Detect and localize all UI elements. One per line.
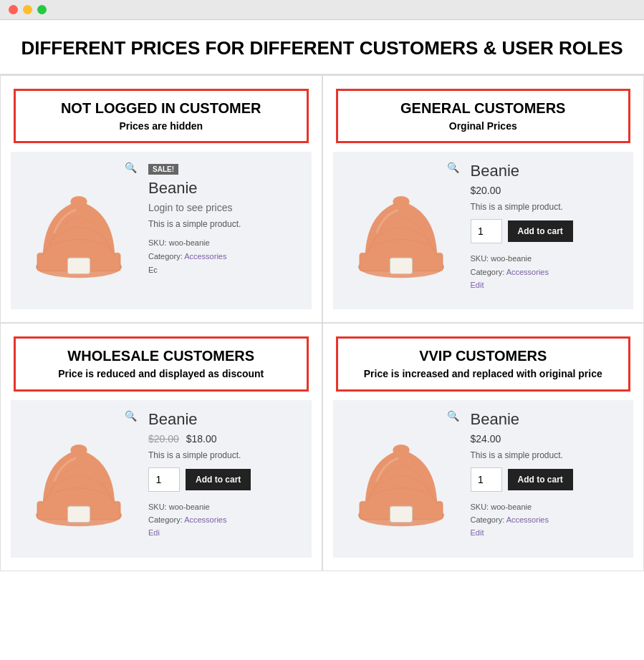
add-to-cart-row: Add to cart [148,467,304,492]
product-name: Beanie [471,410,627,429]
product-meta: SKU: woo-beanie Category: Accessories [471,500,627,527]
add-to-cart-button[interactable]: Add to cart [508,220,573,242]
product-card-general-customers: 🔍 Beanie $20.00 This is a simple product… [333,152,634,309]
minimize-dot[interactable] [23,5,32,14]
product-description: This is a simple product. [148,450,304,460]
sale-badge: SALE! [148,164,178,175]
zoom-icon[interactable]: 🔍 [125,410,137,422]
login-to-see-prices: Login to see prices [148,202,304,213]
product-price: $24.00 [471,433,627,445]
edit-link[interactable]: Edit [471,528,627,537]
add-to-cart-button[interactable]: Add to cart [508,469,573,490]
product-card-wholesale-customers: 🔍 Beanie $20.00 $18.00 This is a simp [11,400,312,558]
quantity-input[interactable] [471,219,502,243]
zoom-icon[interactable]: 🔍 [125,162,137,173]
category-link[interactable]: Accessories [184,252,226,261]
add-to-cart-button[interactable]: Add to cart [186,469,251,490]
customer-label-wholesale-customers: WHOLESALE CUSTOMERS Price is reduced and… [14,336,309,391]
product-sku: SKU: woo-beanie [471,503,532,511]
product-image-area: 🔍 [340,159,462,302]
close-dot[interactable] [9,5,18,14]
category-link[interactable]: Accessories [184,515,226,524]
customer-label-title: NOT LOGGED IN CUSTOMER [27,100,295,117]
add-to-cart-row: Add to cart [471,467,627,492]
customer-label-not-logged-in: NOT LOGGED IN CUSTOMER Prices are hidden [14,89,309,143]
product-description: This is a simple product. [471,202,627,212]
svg-point-9 [393,196,409,207]
product-price: $20.00 $18.00 [148,433,304,445]
category-link[interactable]: Accessories [506,515,549,524]
edit-link[interactable]: Edi [148,528,304,537]
grid-cell-not-logged-in: NOT LOGGED IN CUSTOMER Prices are hidden… [0,75,322,323]
product-description: This is a simple product. [148,219,304,229]
customer-label-vvip-customers: VVIP CUSTOMERS Price is increased and re… [336,336,631,391]
product-price: $20.00 [471,185,627,196]
product-name: Beanie [148,410,304,429]
product-category: Category: Accessories [148,515,226,524]
product-info: Beanie $20.00 This is a simple product. … [471,159,627,302]
svg-rect-8 [390,258,412,274]
product-category: Category: Accessories [471,515,549,524]
zoom-icon[interactable]: 🔍 [447,410,459,422]
customer-label-subtitle: Orginal Prices [350,120,617,132]
customer-label-title: WHOLESALE CUSTOMERS [27,347,295,364]
product-image-area: 🔍 [18,159,140,302]
customer-label-title: GENERAL CUSTOMERS [350,100,617,117]
zoom-icon[interactable]: 🔍 [447,162,459,173]
product-info: SALE! Beanie Login to see prices This is… [148,159,304,302]
price-sale: $18.00 [186,433,217,445]
svg-rect-3 [68,258,90,274]
svg-point-19 [393,445,409,455]
product-card-vvip-customers: 🔍 Beanie $24.00 This is a simple product… [333,400,634,558]
product-sku: SKU: woo-beanie [148,238,210,247]
customer-label-subtitle: Price is increased and replaced with ori… [350,367,617,380]
maximize-dot[interactable] [37,5,47,14]
quantity-input[interactable] [471,467,502,492]
product-image-area: 🔍 [340,407,462,550]
svg-point-14 [70,445,87,455]
svg-point-4 [70,196,87,207]
product-sku: SKU: woo-beanie [471,254,532,263]
page-title: DIFFERENT PRICES FOR DIFFERENT CUSTOMERS… [0,20,644,75]
customer-label-general-customers: GENERAL CUSTOMERS Orginal Prices [336,89,631,143]
product-category: Category: Accessories [148,252,226,261]
product-meta: SKU: woo-beanie Category: Accessories Ec [148,236,304,276]
add-to-cart-row: Add to cart [471,219,627,243]
product-name: Beanie [148,179,304,198]
quantity-input[interactable] [148,467,180,492]
product-card-not-logged-in: 🔍 SALE! Beanie Login to see prices This … [11,152,312,309]
price-original: $20.00 [148,433,179,445]
product-description: This is a simple product. [471,450,627,460]
grid-cell-wholesale-customers: WHOLESALE CUSTOMERS Price is reduced and… [0,323,322,571]
product-extra: Ec [148,266,158,274]
product-grid: NOT LOGGED IN CUSTOMER Prices are hidden… [0,75,644,571]
customer-label-subtitle: Price is reduced and displayed as discou… [27,367,295,380]
product-category: Category: Accessories [471,268,549,276]
product-sku: SKU: woo-beanie [148,503,210,511]
window-bar [0,0,644,20]
grid-cell-vvip-customers: VVIP CUSTOMERS Price is increased and re… [322,323,645,571]
product-meta: SKU: woo-beanie Category: Accessories [471,252,627,278]
product-name: Beanie [471,162,627,180]
grid-cell-general-customers: GENERAL CUSTOMERS Orginal Prices 🔍 Be [322,75,645,323]
svg-rect-13 [68,506,90,522]
product-info: Beanie $20.00 $18.00 This is a simple pr… [148,407,304,550]
category-link[interactable]: Accessories [506,268,549,276]
edit-link[interactable]: Edit [471,281,627,289]
product-image-area: 🔍 [18,407,140,550]
customer-label-title: VVIP CUSTOMERS [350,347,617,364]
product-info: Beanie $24.00 This is a simple product. … [471,407,627,550]
svg-rect-18 [390,506,412,522]
product-meta: SKU: woo-beanie Category: Accessories [148,500,304,527]
customer-label-subtitle: Prices are hidden [27,120,295,132]
main-content: DIFFERENT PRICES FOR DIFFERENT CUSTOMERS… [0,20,644,571]
